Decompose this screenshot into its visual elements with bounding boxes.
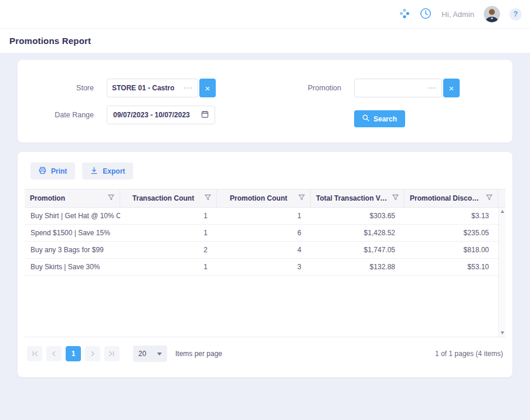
promotion-field-row: Promotion ··· × xyxy=(265,79,512,97)
filter-funnel-icon[interactable] xyxy=(298,194,305,202)
four-dots-icon xyxy=(399,8,410,21)
scrollbar-header-stub xyxy=(498,189,505,207)
column-header-promotion[interactable]: Promotion xyxy=(25,189,120,207)
apps-dots-button[interactable] xyxy=(399,8,410,21)
table-header-row: Promotion Transaction Count Promotion Co… xyxy=(25,189,505,208)
content-area: Store STORE 01 - Castro ··· × Date Range… xyxy=(0,53,530,377)
filter-funnel-icon[interactable] xyxy=(392,194,399,202)
store-field-row: Store STORE 01 - Castro ··· × xyxy=(18,79,265,97)
print-button-label: Print xyxy=(51,167,67,175)
store-ellipsis-icon[interactable]: ··· xyxy=(184,84,193,92)
table-row[interactable]: Buy Shirt | Get Hat @ 10% Off 1 1 $303.6… xyxy=(25,208,498,225)
printer-icon xyxy=(39,167,46,176)
promotion-input[interactable]: ··· xyxy=(354,79,442,97)
date-range-value: 09/07/2023 - 10/07/2023 xyxy=(113,111,190,119)
page-title: Promotions Report xyxy=(9,36,91,46)
promotion-label: Promotion xyxy=(265,84,341,92)
report-panel: Print Export Promotion xyxy=(18,152,512,377)
table-row[interactable]: Buy any 3 Bags for $99 2 4 $1,747.05 $81… xyxy=(25,242,498,259)
column-header-promotion-count[interactable]: Promotion Count xyxy=(217,189,311,207)
store-clear-button[interactable]: × xyxy=(199,79,216,97)
table-row[interactable]: Spend $1500 | Save 15% 1 6 $1,428.52 $23… xyxy=(25,225,498,242)
column-header-transaction-count[interactable]: Transaction Count xyxy=(120,189,217,207)
table-body: Buy Shirt | Get Hat @ 10% Off 1 1 $303.6… xyxy=(25,208,505,337)
date-range-label: Date Range xyxy=(18,111,94,119)
filter-funnel-icon[interactable] xyxy=(486,194,492,202)
export-button-label: Export xyxy=(103,167,125,175)
pagination-bar: 1 20 Items per page 1 of 1 pages (4 item… xyxy=(25,346,505,362)
user-avatar[interactable] xyxy=(484,6,500,22)
previous-page-button[interactable] xyxy=(46,346,62,361)
report-toolbar: Print Export xyxy=(25,162,505,179)
pagination-summary: 1 of 1 pages (4 items) xyxy=(435,350,503,358)
filter-left-column: Store STORE 01 - Castro ··· × Date Range… xyxy=(18,70,265,127)
date-range-input[interactable]: 09/07/2023 - 10/07/2023 xyxy=(107,106,215,124)
items-per-page-select[interactable]: 20 xyxy=(133,346,167,362)
user-greeting: Hi, Admin xyxy=(441,10,474,19)
search-button[interactable]: Search xyxy=(354,110,405,127)
filter-funnel-icon[interactable] xyxy=(205,194,211,202)
promotion-ellipsis-icon[interactable]: ··· xyxy=(428,84,437,92)
download-icon xyxy=(90,167,98,176)
promotions-table: Promotion Transaction Count Promotion Co… xyxy=(25,189,505,337)
table-row[interactable]: Buy Skirts | Save 30% 1 3 $132.88 $53.10 xyxy=(25,259,498,276)
promotion-clear-button[interactable]: × xyxy=(443,79,460,97)
items-per-page-label: Items per page xyxy=(175,350,222,358)
first-page-button[interactable] xyxy=(27,346,42,361)
clock-icon xyxy=(419,7,432,22)
table-vertical-scrollbar[interactable] xyxy=(498,208,505,337)
store-value: STORE 01 - Castro xyxy=(112,84,174,92)
export-button[interactable]: Export xyxy=(82,162,133,179)
topbar: Hi, Admin ? xyxy=(0,0,530,29)
date-range-field-row: Date Range 09/07/2023 - 10/07/2023 xyxy=(18,106,265,124)
column-header-total-transaction-value[interactable]: Total Transaction Va… xyxy=(311,189,405,207)
filter-panel: Store STORE 01 - Castro ··· × Date Range… xyxy=(18,60,512,143)
search-button-label: Search xyxy=(373,115,397,123)
last-page-button[interactable] xyxy=(104,346,120,361)
store-input[interactable]: STORE 01 - Castro ··· xyxy=(107,79,198,97)
filter-funnel-icon[interactable] xyxy=(108,194,114,202)
scroll-down-icon[interactable] xyxy=(501,331,504,334)
recent-activity-button[interactable] xyxy=(419,7,432,22)
help-button[interactable]: ? xyxy=(509,8,522,21)
table-rows: Buy Shirt | Get Hat @ 10% Off 1 1 $303.6… xyxy=(25,208,498,276)
page-number-button[interactable]: 1 xyxy=(66,346,81,361)
search-row: Search xyxy=(265,110,512,127)
filter-right-column: Promotion ··· × Search xyxy=(265,70,512,127)
title-bar: Promotions Report xyxy=(0,29,530,53)
calendar-icon[interactable] xyxy=(201,110,209,120)
chevron-down-icon xyxy=(157,353,162,355)
scroll-up-icon[interactable] xyxy=(501,210,504,213)
print-button[interactable]: Print xyxy=(30,162,75,179)
column-header-promotional-discount[interactable]: Promotional Discount xyxy=(405,189,498,207)
search-icon xyxy=(362,114,369,123)
store-lookup: STORE 01 - Castro ··· × xyxy=(107,79,216,97)
store-label: Store xyxy=(18,84,94,92)
next-page-button[interactable] xyxy=(85,346,100,361)
items-per-page-value: 20 xyxy=(138,350,146,358)
promotion-lookup: ··· × xyxy=(354,79,460,97)
